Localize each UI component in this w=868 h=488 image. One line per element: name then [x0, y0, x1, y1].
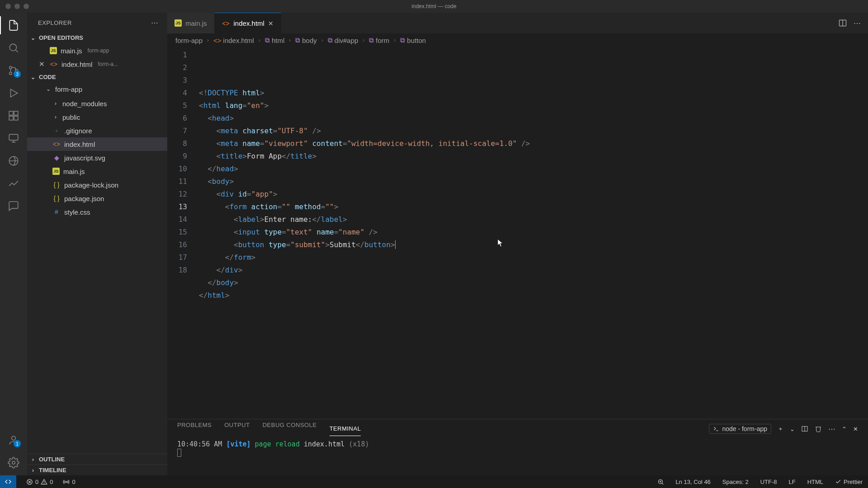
run-debug-icon[interactable]: [7, 87, 20, 99]
settings-gear-icon[interactable]: [7, 456, 20, 469]
svg-point-14: [12, 436, 16, 440]
tab-bar: JSmain.js<>index.html✕ ⋯: [167, 13, 868, 33]
breadcrumb-item[interactable]: <> index.html: [213, 37, 254, 44]
outline-header[interactable]: › OUTLINE: [27, 454, 167, 465]
account-icon[interactable]: 1: [7, 434, 20, 446]
problems-indicator[interactable]: 0 0: [24, 479, 55, 485]
close-icon[interactable]: ✕: [39, 60, 46, 68]
chevron-right-icon: ›: [259, 37, 260, 43]
tree-item-javascript-svg[interactable]: ◆javascript.svg: [27, 151, 167, 164]
comment-icon[interactable]: [7, 200, 20, 212]
svg-point-15: [12, 461, 15, 465]
tree-item-style-css[interactable]: #style.css: [27, 205, 167, 219]
sidebar-title: EXPLORER: [38, 19, 72, 26]
tree-item-public[interactable]: ›public: [27, 110, 167, 124]
breadcrumb-item[interactable]: ⧉ div#app: [328, 36, 359, 44]
chevron-right-icon: ›: [289, 37, 291, 43]
chevron-right-icon: ›: [30, 467, 36, 474]
workspace-header[interactable]: ⌄ CODE: [27, 72, 167, 82]
explorer-icon[interactable]: [7, 19, 20, 32]
open-editor-item[interactable]: ✕<>index.htmlform-a...: [27, 57, 167, 71]
breadcrumb-item[interactable]: ⧉ html: [265, 36, 284, 44]
kill-terminal-icon[interactable]: [815, 425, 822, 432]
svg-point-2: [9, 66, 12, 69]
split-terminal-icon[interactable]: [801, 425, 808, 432]
close-panel-icon[interactable]: ✕: [853, 426, 858, 432]
graph-icon[interactable]: [7, 177, 20, 190]
sidebar-more-icon[interactable]: ⋯: [151, 19, 159, 27]
tree-item-node_modules[interactable]: ›node_modules: [27, 97, 167, 110]
code-editor[interactable]: 123456789101112131415161718 <!DOCTYPE ht…: [167, 47, 868, 419]
terminal-dropdown-icon[interactable]: ⌄: [790, 426, 795, 432]
tree-item--gitignore[interactable]: ◦.gitignore: [27, 124, 167, 137]
tab-main-js[interactable]: JSmain.js: [167, 13, 215, 33]
terminal-body[interactable]: 10:40:56 AM [vite] page reload index.htm…: [167, 438, 868, 475]
tree-item-main-js[interactable]: JSmain.js: [27, 164, 167, 178]
eol[interactable]: LF: [787, 479, 797, 485]
svg-point-0: [9, 44, 16, 51]
close-tab-icon[interactable]: ✕: [268, 20, 274, 27]
tab-index-html[interactable]: <>index.html✕: [215, 13, 281, 33]
chevron-right-icon: ›: [207, 37, 209, 43]
window-title: index.html — code: [411, 3, 456, 9]
terminal-cursor: [177, 449, 181, 457]
zoom-indicator[interactable]: [656, 479, 666, 485]
tree-item-package-lock-json[interactable]: { }package-lock.json: [27, 178, 167, 192]
svg-rect-9: [14, 111, 18, 115]
search-icon[interactable]: [7, 42, 20, 54]
account-badge: 1: [14, 440, 21, 447]
breadcrumb-item[interactable]: ⧉ button: [400, 36, 426, 44]
indentation[interactable]: Spaces: 2: [721, 479, 750, 485]
remote-explorer-icon[interactable]: [7, 132, 20, 145]
tree-item-package-json[interactable]: { }package.json: [27, 192, 167, 205]
svg-point-3: [9, 72, 12, 75]
timeline-header[interactable]: › TIMELINE: [27, 465, 167, 475]
source-control-icon[interactable]: 3: [7, 64, 20, 77]
extensions-icon[interactable]: [7, 109, 20, 122]
panel-tab-debug-console[interactable]: DEBUG CONSOLE: [263, 422, 317, 436]
window-controls[interactable]: [5, 4, 29, 9]
chevron-down-icon: ⌄: [45, 86, 52, 92]
editor-group: JSmain.js<>index.html✕ ⋯ form-app›<> ind…: [167, 13, 868, 475]
cursor-position[interactable]: Ln 13, Col 46: [674, 479, 712, 485]
svg-marker-5: [11, 89, 18, 97]
panel-tab-output[interactable]: OUTPUT: [224, 422, 250, 436]
maximize-panel-icon[interactable]: ⌃: [842, 426, 847, 432]
chevron-right-icon: ›: [30, 456, 36, 463]
editor-more-icon[interactable]: ⋯: [854, 19, 861, 28]
chevron-down-icon: ⌄: [30, 35, 36, 41]
maximize-window-icon[interactable]: [24, 4, 29, 9]
open-editors-header[interactable]: ⌄ OPEN EDITORS: [27, 33, 167, 43]
breadcrumb-item[interactable]: form-app: [175, 37, 203, 44]
svg-point-26: [66, 481, 67, 483]
terminal-process-chip[interactable]: node - form-app: [709, 424, 771, 434]
panel-tab-problems[interactable]: PROBLEMS: [177, 422, 212, 436]
panel-more-icon[interactable]: ⋯: [828, 425, 835, 433]
new-terminal-icon[interactable]: ＋: [778, 425, 783, 433]
open-editor-item[interactable]: JSmain.jsform-app: [27, 44, 167, 57]
svg-point-25: [44, 483, 44, 483]
tree-item-index-html[interactable]: <>index.html: [27, 137, 167, 151]
ports-indicator[interactable]: 0: [61, 479, 77, 485]
close-window-icon[interactable]: [5, 4, 11, 9]
scm-badge: 3: [14, 70, 21, 78]
svg-line-28: [662, 483, 663, 484]
chevron-right-icon: ›: [394, 37, 396, 43]
svg-line-1: [15, 50, 18, 52]
activity-bar: 3: [0, 13, 27, 475]
breadcrumb-item[interactable]: ⧉ form: [369, 36, 389, 44]
formatter[interactable]: Prettier: [833, 479, 864, 485]
edge-icon[interactable]: [7, 155, 20, 167]
encoding[interactable]: UTF-8: [759, 479, 779, 485]
panel-tab-terminal[interactable]: TERMINAL: [330, 425, 361, 436]
split-editor-icon[interactable]: [838, 19, 847, 28]
chevron-right-icon: ›: [321, 37, 323, 43]
folder-form-app[interactable]: ⌄ form-app: [27, 82, 167, 96]
chevron-down-icon: ⌄: [30, 74, 36, 80]
breadcrumb-item[interactable]: ⧉ body: [295, 36, 317, 44]
language-mode[interactable]: HTML: [806, 479, 825, 485]
breadcrumbs[interactable]: form-app›<> index.html›⧉ html›⧉ body›⧉ d…: [167, 33, 868, 47]
sidebar: EXPLORER ⋯ ⌄ OPEN EDITORS JSmain.jsform-…: [27, 13, 167, 475]
remote-indicator[interactable]: [0, 475, 16, 488]
minimize-window-icon[interactable]: [14, 4, 20, 9]
